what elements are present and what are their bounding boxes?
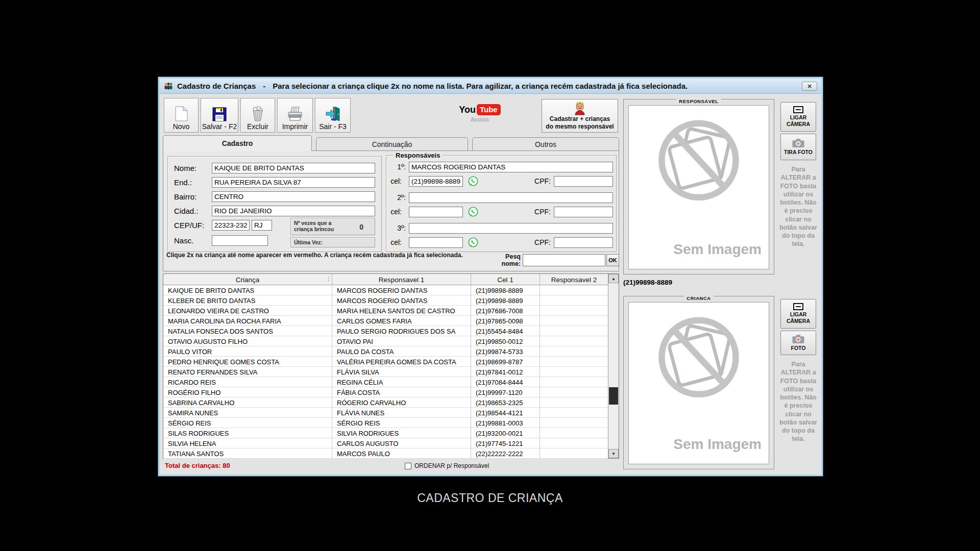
- page-caption: CADASTRO DE CRIANÇA: [0, 491, 980, 505]
- save-button[interactable]: Salvar - F2: [201, 98, 238, 133]
- table-row[interactable]: OTAVIO AUGUSTO FILHOOTAVIO PAI(21)99850-…: [163, 336, 608, 346]
- table-row[interactable]: KAIQUE DE BRITO DANTASMARCOS ROGERIO DAN…: [163, 285, 608, 295]
- guardians-group-title: Responsáveis: [394, 152, 442, 159]
- city-input[interactable]: [212, 206, 375, 216]
- table-row[interactable]: SAMIRA NUNESFLÁVIA NUNES(21)98544-4121: [163, 408, 608, 418]
- cpf2-input[interactable]: [554, 207, 613, 217]
- exit-button[interactable]: Sair - F3: [315, 98, 351, 133]
- district-input[interactable]: [212, 191, 375, 202]
- guardian1-input[interactable]: [409, 162, 613, 172]
- table-cell: (21)97865-0098: [471, 316, 540, 326]
- children-table-body: KAIQUE DE BRITO DANTASMARCOS ROGERIO DAN…: [163, 285, 608, 459]
- guardian2-input[interactable]: [409, 192, 613, 203]
- cadastro-form-panel: Nome: End.: Bairro: Cidad.: CEP/UF: Nasc…: [163, 151, 619, 271]
- table-row[interactable]: SILVIA HELENACARLOS AUGUSTO(21)97745-122…: [163, 438, 608, 448]
- close-button[interactable]: ✕: [802, 82, 817, 91]
- table-cell: SILVIA RODRIGUES: [332, 428, 471, 438]
- guardian-photo-title: RESPONSÁVEL: [676, 98, 721, 104]
- delete-button[interactable]: Excluir: [240, 98, 275, 133]
- table-row[interactable]: PAULO VITORPAULO DA COSTA(21)99874-5733: [163, 346, 608, 357]
- table-cell: OTAVIO PAI: [332, 336, 471, 346]
- table-cell: [540, 387, 608, 397]
- table-row[interactable]: TATIANA SANTOSMARCOS PAULO(22)22222-2222: [163, 448, 608, 459]
- child-start-camera-button[interactable]: LIGAR CÂMERA: [780, 299, 816, 329]
- header-cel1[interactable]: Cel 1: [471, 274, 540, 285]
- search-name-input[interactable]: [523, 254, 605, 266]
- table-row[interactable]: SABRINA CARVALHORÓGERIO CARVALHO(21)9865…: [163, 397, 608, 408]
- table-cell: (22)22222-2222: [471, 448, 540, 459]
- child-take-photo-button[interactable]: FOTO: [780, 331, 816, 355]
- table-row[interactable]: KLEBER DE BRITO DANTASMARCOS ROGERIO DAN…: [163, 295, 608, 306]
- child-start-camera-label: LIGAR CÂMERA: [782, 311, 815, 324]
- guardian-no-image-text: Sem Imagem: [629, 241, 762, 258]
- guardian3-input[interactable]: [409, 223, 613, 234]
- cel2-label: cel:: [384, 208, 402, 216]
- child-photo-group: CRIANCA Sem Imagem: [623, 296, 774, 469]
- scroll-down-icon: ▼: [611, 452, 616, 456]
- tab-continuacao[interactable]: Continuação: [316, 137, 468, 151]
- birth-input[interactable]: [212, 235, 268, 246]
- save-floppy-icon: [212, 107, 227, 121]
- table-cell: [540, 418, 608, 428]
- table-row[interactable]: RENATO FERNANDES SILVAFLÁVIA SILVA(21)97…: [163, 367, 608, 377]
- cpf3-input[interactable]: [554, 237, 613, 248]
- cep-input[interactable]: [212, 220, 250, 231]
- youtube-link[interactable]: You Tube Assista: [452, 104, 508, 122]
- table-row[interactable]: RICARDO REISREGINA CÉLIA(21)97084-8444: [163, 377, 608, 387]
- youtube-logo-tube: Tube: [477, 104, 501, 115]
- scrollbar-thumb[interactable]: [609, 387, 618, 405]
- tab-outros[interactable]: Outros: [472, 137, 619, 151]
- scroll-up-button[interactable]: ▲: [608, 274, 619, 283]
- name-input[interactable]: [212, 163, 375, 173]
- table-row[interactable]: ROGÉRIO FILHOFÁBIA COSTA(21)99997-1120: [163, 387, 608, 397]
- header-crianca[interactable]: Criança: [163, 274, 332, 285]
- tab-cadastro[interactable]: Cadastro: [163, 135, 312, 151]
- table-row[interactable]: SÉRGIO REISSÉRGIO REIS(21)99881-0003: [163, 418, 608, 428]
- save-button-label: Salvar - F2: [202, 122, 237, 131]
- order-by-guardian-checkbox[interactable]: [405, 463, 411, 469]
- order-by-guardian-label: ORDENAR p/ Responsável: [414, 462, 489, 469]
- scroll-up-icon: ▲: [611, 277, 616, 281]
- table-cell: (21)99850-0012: [471, 336, 540, 346]
- whatsapp-icon-1[interactable]: [468, 176, 478, 186]
- camera-icon: [792, 138, 805, 148]
- table-cell: RICARDO REIS: [163, 377, 332, 387]
- table-cell: REGINA CÉLIA: [332, 377, 471, 387]
- table-row[interactable]: NATALIA FONSECA DOS SANTOSPAULO SERGIO R…: [163, 326, 608, 336]
- guardian-take-photo-button[interactable]: TIRA FOTO: [780, 134, 816, 160]
- search-ok-button[interactable]: OK: [606, 254, 619, 266]
- column-divider-dots-icon: ⋮: [326, 276, 331, 282]
- exit-button-label: Sair - F3: [319, 122, 347, 131]
- address-input[interactable]: [212, 177, 375, 188]
- cel3-input[interactable]: [409, 237, 463, 248]
- children-table-header[interactable]: Criança Responsavel 1 Cel 1 Responsavel …: [163, 274, 608, 285]
- table-row[interactable]: SILAS RODRIGUESSILVIA RODRIGUES(21)93200…: [163, 428, 608, 438]
- uf-input[interactable]: [252, 220, 272, 231]
- new-button[interactable]: Novo: [164, 98, 199, 133]
- header-responsavel2[interactable]: Responsavel 2: [540, 274, 608, 285]
- table-row[interactable]: MARIA CAROLINA DA ROCHA FARIACARLOS GOME…: [163, 316, 608, 326]
- table-scrollbar[interactable]: ▲ ▼: [608, 274, 619, 458]
- whatsapp-icon-3[interactable]: [468, 237, 478, 247]
- cel3-label: cel:: [384, 238, 402, 246]
- guardian-start-camera-button[interactable]: LIGAR CÂMERA: [780, 102, 816, 132]
- cpf1-input[interactable]: [554, 176, 613, 187]
- print-button[interactable]: Imprimir: [277, 98, 313, 133]
- scroll-down-button[interactable]: ▼: [608, 449, 619, 458]
- child-photo-help-text: Para ALTERAR a FOTO basta utilizar os bo…: [778, 360, 818, 443]
- child-photo-title: CRIANCA: [684, 295, 713, 301]
- table-cell: ROGÉRIO FILHO: [163, 387, 332, 397]
- header-responsavel1[interactable]: Responsavel 1: [332, 274, 471, 285]
- table-cell: KLEBER DE BRITO DANTAS: [163, 295, 332, 306]
- title-bar[interactable]: Cadastro de Crianças - Para selecionar a…: [160, 79, 821, 94]
- cel1-input[interactable]: [409, 176, 463, 187]
- table-cell: RÓGERIO CARVALHO: [332, 397, 471, 408]
- cpf2-label: CPF:: [530, 208, 551, 216]
- table-row[interactable]: PEDRO HENRIQUE GOMES COSTAVALÉRIA PEREIR…: [163, 357, 608, 367]
- whatsapp-icon-2[interactable]: [468, 207, 478, 217]
- table-row[interactable]: LEONARDO VIEIRA DE CASTROMARIA HELENA SA…: [163, 306, 608, 316]
- table-cell: (21)97686-7008: [471, 306, 540, 316]
- guardian-photo-area: Sem Imagem: [628, 105, 769, 269]
- cel2-input[interactable]: [409, 207, 463, 217]
- register-more-children-button[interactable]: Cadastrar + crianças do mesmo responsáve…: [542, 99, 618, 133]
